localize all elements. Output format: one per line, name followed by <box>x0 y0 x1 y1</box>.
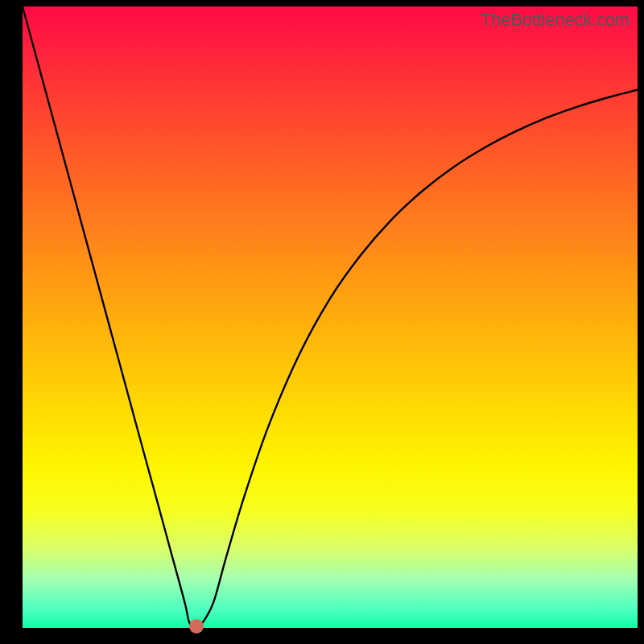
bottleneck-curve <box>23 6 638 628</box>
chart-frame: TheBottleneck.com <box>0 0 644 644</box>
optimum-marker <box>189 619 204 634</box>
plot-area: TheBottleneck.com <box>23 6 638 628</box>
